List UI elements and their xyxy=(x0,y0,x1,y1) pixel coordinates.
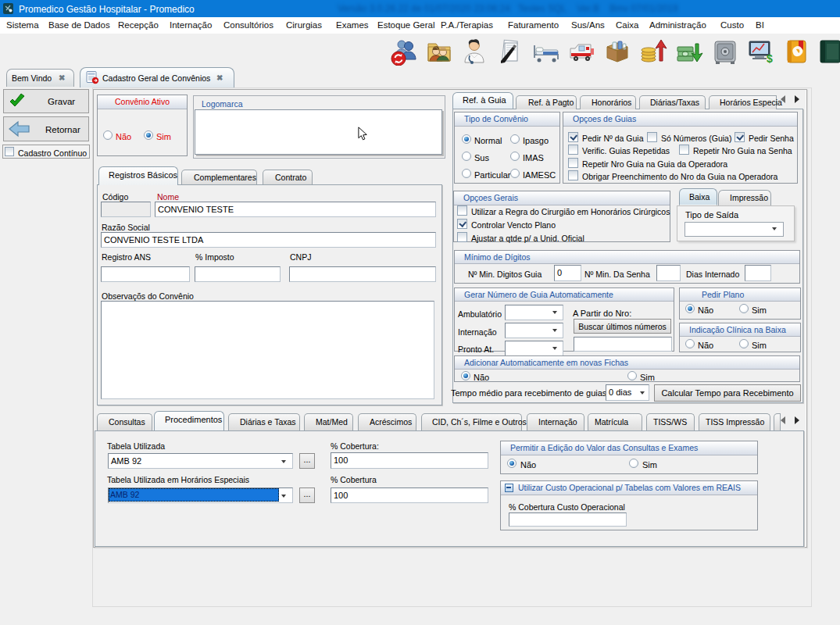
svg-text:$: $ xyxy=(767,52,773,65)
